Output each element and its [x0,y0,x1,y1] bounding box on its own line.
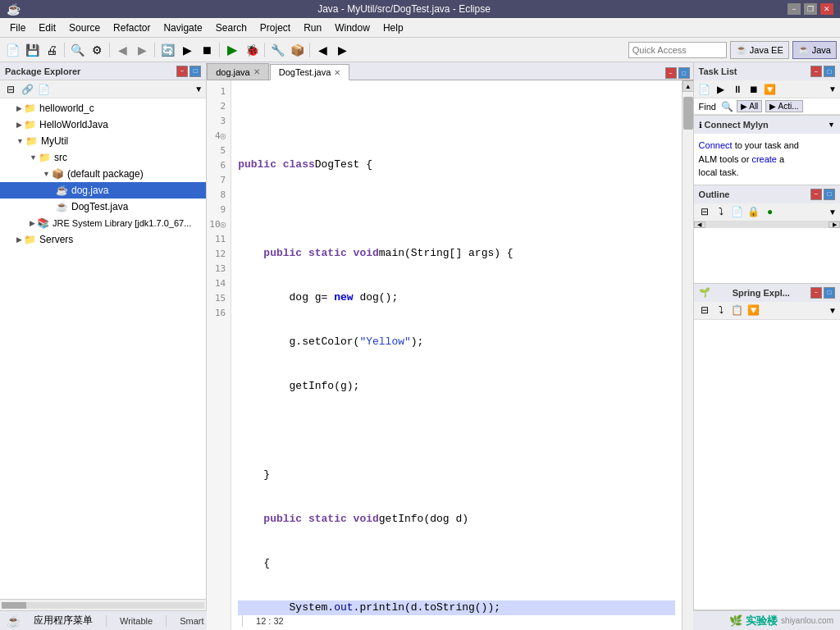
spring-btn-4[interactable]: 🔽 [746,303,761,317]
task-btn-4[interactable]: ⏹ [746,82,761,97]
mylyn-create-link[interactable]: create [751,154,777,164]
outline-btn-4[interactable]: 🔒 [746,204,761,219]
new-item-button[interactable]: 📄 [36,82,51,97]
task-new-btn[interactable]: 📄 [697,82,712,97]
outline-btn-3[interactable]: 📄 [730,204,745,219]
menu-help[interactable]: Help [377,21,410,35]
collapse-all-button[interactable]: ⊟ [3,82,18,97]
outline-hscroll[interactable]: ◀ ▶ [694,221,840,228]
package-explorer-scrollbar[interactable] [0,599,206,610]
scroll-up-btn[interactable]: ▲ [682,80,693,92]
quick-access-input[interactable] [628,42,727,58]
watermark-text: 🌿 实验楼 [729,614,778,628]
task-btn-3[interactable]: ⏸ [730,82,745,97]
spring-controls: − □ [810,287,835,299]
menu-run[interactable]: Run [297,21,328,35]
menu-project[interactable]: Project [253,21,297,35]
editor-scrollbar-v[interactable]: ▲ ▼ [682,80,693,630]
toolbar-btn-7[interactable]: ▶ [133,41,151,59]
find-icon-area: 🔍 [721,101,733,112]
spring-btn-2[interactable]: ⤵ [714,303,728,317]
tab-close-dog[interactable]: ✕ [253,67,260,76]
toolbar-btn-6[interactable]: ◀ [113,41,131,59]
mylyn-connect-link[interactable]: Connect [699,140,733,150]
tab-close-dogtest[interactable]: ✕ [334,68,340,77]
toolbar-btn-10[interactable]: ⏹ [198,41,216,59]
mylyn-header: ℹ Connect Mylyn ▼ [694,116,840,134]
task-menu-btn[interactable]: ▼ [829,84,837,94]
tree-item-servers[interactable]: ▶ 📁 Servers [0,231,206,248]
tree-item-jre[interactable]: ▶ 📚 JRE System Library [jdk1.7.0_67... [0,215,206,231]
scroll-right-btn[interactable]: ▶ [829,221,840,228]
menu-edit[interactable]: Edit [32,21,62,35]
outline-btn-5[interactable]: ● [763,204,778,219]
spring-maximize[interactable]: □ [824,287,835,299]
tab-dogtest-java[interactable]: DogTest.java ✕ [270,64,350,80]
editor-maximize[interactable]: □ [678,67,690,79]
scroll-left-btn[interactable]: ◀ [694,221,705,228]
debug-button[interactable]: 🐞 [243,41,261,59]
mylyn-menu-btn[interactable]: ▼ [828,121,835,129]
toolbar-btn-8[interactable]: 🔄 [158,41,176,59]
package-explorer-maximize[interactable]: □ [189,66,201,77]
tree-item-src[interactable]: ▼ 📁 src [0,149,206,166]
task-btn-5[interactable]: 🔽 [763,82,778,97]
outline-maximize[interactable]: □ [824,189,835,200]
menu-source[interactable]: Source [62,21,107,35]
menu-window[interactable]: Window [328,21,377,35]
minimize-button[interactable]: − [788,3,801,15]
toolbar-btn-4[interactable]: 🔍 [68,41,86,59]
perspective-java-ee[interactable]: ☕ Java EE [730,41,789,59]
package-explorer-minimize[interactable]: − [176,66,188,77]
menu-refactor[interactable]: Refactor [107,21,157,35]
toolbar-btn-12[interactable]: 📦 [288,41,306,59]
spring-btn-3[interactable]: 📋 [730,303,745,317]
outline-minimize[interactable]: − [810,189,822,200]
outline-menu-btn[interactable]: ▼ [829,208,837,217]
task-list-minimize[interactable]: − [810,66,822,77]
outline-btn-1[interactable]: ⊟ [697,204,712,219]
task-list-section: Task List − □ 📄 ▶ ⏸ ⏹ 🔽 ▼ Find 🔍 ▶ All ▶… [694,62,840,116]
tab-dog-java[interactable]: dog.java ✕ [207,63,269,80]
toolbar-btn-9[interactable]: ▶ [178,41,196,59]
restore-button[interactable]: ❐ [804,3,817,15]
menu-navigate[interactable]: Navigate [157,21,208,35]
task-acti-tag[interactable]: ▶ Acti... [765,100,802,112]
close-button[interactable]: ✕ [820,3,833,15]
spring-btn-1[interactable]: ⊟ [697,303,712,317]
watermark: 🌿 实验楼 shiyanlou.com [729,614,833,628]
toolbar-btn-5[interactable]: ⚙ [88,41,106,59]
task-list-maximize[interactable]: □ [824,66,835,77]
toolbar-btn-14[interactable]: ▶ [333,41,351,59]
new-button[interactable]: 📄 [3,41,21,59]
tree-item-dogtest-java[interactable]: ☕ DogTest.java [0,199,206,215]
run-button[interactable]: ▶ [223,41,241,59]
code-content[interactable]: public class DogTest { public static voi… [231,80,681,630]
eclipse-logo: ☕ [7,614,21,628]
menu-file[interactable]: File [3,21,32,35]
menu-search[interactable]: Search [209,21,253,35]
spring-minimize[interactable]: − [810,287,822,299]
package-tree: ▶ 📁 helloworld_c ▶ 📁 HelloWorldJava ▼ 📁 … [0,98,206,599]
editor-minimize[interactable]: − [665,67,677,79]
toolbar-btn-3[interactable]: 🖨 [43,41,61,59]
link-editor-button[interactable]: 🔗 [20,82,34,97]
task-list-toolbar: 📄 ▶ ⏸ ⏹ 🔽 ▼ [694,80,840,98]
toolbar-btn-2[interactable]: 💾 [23,41,41,59]
tree-item-helloworldjava[interactable]: ▶ 📁 HelloWorldJava [0,116,206,133]
tree-item-default-package[interactable]: ▼ 📦 (default package) [0,166,206,182]
spring-menu-btn[interactable]: ▼ [829,306,837,315]
task-all-tag[interactable]: ▶ All [737,100,762,112]
outline-btn-2[interactable]: ⤵ [714,204,728,219]
perspective-java[interactable]: ☕ Java [792,41,837,59]
toolbar-btn-13[interactable]: ◀ [313,41,331,59]
code-line-6: g.setColor("Yellow"); [238,335,674,349]
line-num-2: 2 [207,98,231,113]
tree-item-dog-java[interactable]: ☕ dog.java [0,182,206,199]
task-btn-2[interactable]: ▶ [714,82,728,97]
tree-item-helloworld-c[interactable]: ▶ 📁 helloworld_c [0,100,206,116]
tree-toolbar-menu[interactable]: ▼ [194,84,203,94]
toolbar-btn-11[interactable]: 🔧 [268,41,286,59]
code-line-4: public static void main(String[] args) { [238,246,674,261]
tree-item-myutil[interactable]: ▼ 📁 MyUtil [0,133,206,149]
